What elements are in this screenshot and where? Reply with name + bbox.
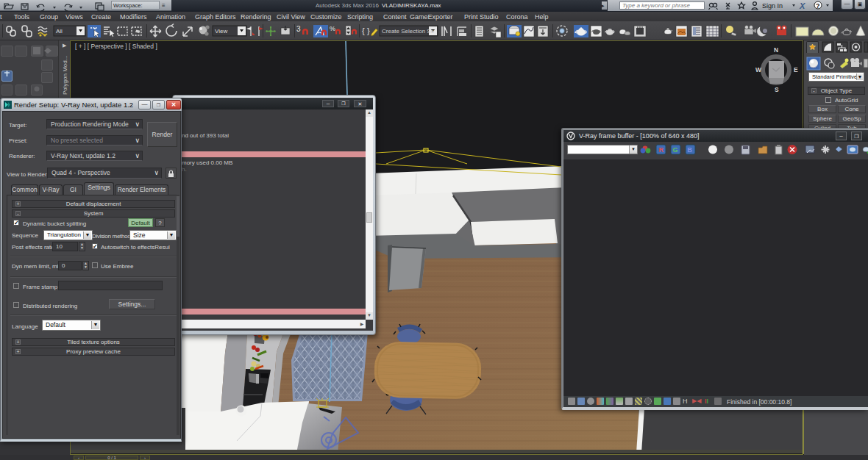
svg-text:View: View bbox=[215, 28, 227, 35]
svg-text:Sign In: Sign In bbox=[762, 2, 783, 10]
svg-text:S: S bbox=[775, 86, 779, 93]
svg-text:[ + ] [ Perspective ] [ Shaded: [ + ] [ Perspective ] [ Shaded ] bbox=[75, 43, 157, 50]
svg-text:G: G bbox=[673, 146, 678, 154]
svg-text:X: X bbox=[799, 1, 805, 10]
svg-text:}: } bbox=[367, 26, 370, 35]
svg-text:B: B bbox=[688, 146, 693, 154]
svg-text:All: All bbox=[56, 28, 63, 35]
svg-text:Create Selection Se: Create Selection Se bbox=[382, 28, 435, 35]
svg-text:{: { bbox=[362, 26, 365, 35]
svg-text:%: % bbox=[330, 25, 335, 32]
svg-text:W: W bbox=[755, 66, 762, 73]
svg-text:N: N bbox=[774, 46, 778, 54]
svg-text:Polygon Mod...: Polygon Mod... bbox=[62, 56, 68, 95]
svg-text:R: R bbox=[659, 146, 664, 154]
svg-text:3: 3 bbox=[296, 25, 301, 33]
svg-text:?: ? bbox=[816, 2, 820, 10]
svg-text:E: E bbox=[794, 66, 798, 73]
